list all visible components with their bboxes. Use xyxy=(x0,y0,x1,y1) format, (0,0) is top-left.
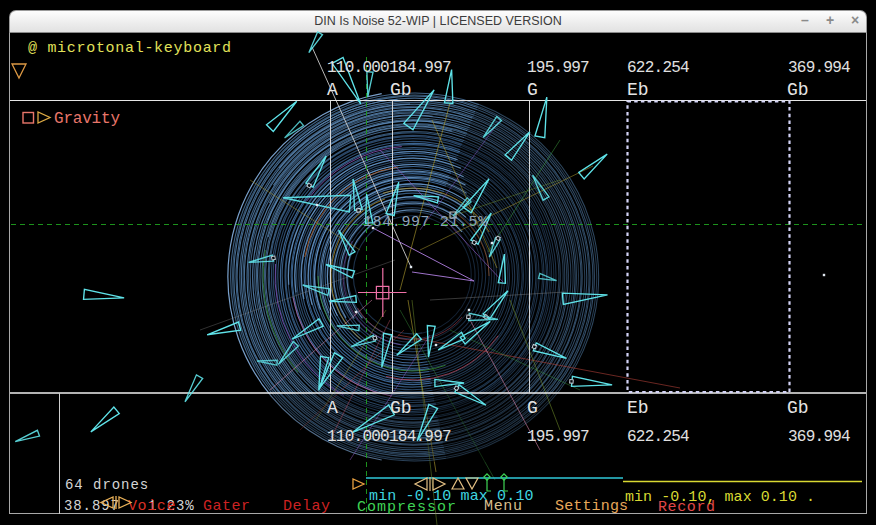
svg-text:min -0.10, max 0.10 .: min -0.10, max 0.10 . xyxy=(625,489,815,506)
svg-text:Gb: Gb xyxy=(787,80,809,100)
svg-text:622.254: 622.254 xyxy=(627,428,689,446)
svg-text:A: A xyxy=(327,80,338,100)
svg-text:Gravity: Gravity xyxy=(54,110,120,128)
svg-text:622.254: 622.254 xyxy=(627,59,689,77)
svg-text:Delay: Delay xyxy=(283,498,331,515)
svg-text:@ microtonal-keyboard: @ microtonal-keyboard xyxy=(28,40,232,57)
svg-text:Gater: Gater xyxy=(203,498,251,515)
svg-text:G: G xyxy=(527,80,538,100)
svg-text:Gb: Gb xyxy=(390,80,412,100)
svg-text:110.000184.997: 110.000184.997 xyxy=(327,428,451,446)
svg-text:64 drones: 64 drones xyxy=(65,477,149,493)
svg-text:Settings: Settings xyxy=(555,498,628,515)
svg-text:Voice: Voice xyxy=(128,498,176,515)
svg-text:369.994: 369.994 xyxy=(788,59,850,77)
svg-text:Eb: Eb xyxy=(627,80,649,100)
svg-text:Gb: Gb xyxy=(390,398,412,418)
svg-text:369.994: 369.994 xyxy=(788,428,850,446)
svg-text:Eb: Eb xyxy=(627,398,649,418)
svg-text:A: A xyxy=(327,398,338,418)
svg-text:195.997: 195.997 xyxy=(527,428,589,446)
svg-text:min -0.10 max 0.10: min -0.10 max 0.10 xyxy=(369,488,534,505)
svg-text:G: G xyxy=(527,398,538,418)
svg-text:38.897: 38.897 xyxy=(64,498,120,514)
svg-text:Gb: Gb xyxy=(787,398,809,418)
svg-text:110.000184.997: 110.000184.997 xyxy=(327,59,451,77)
svg-text:184.997 21.5%: 184.997 21.5% xyxy=(363,214,488,231)
svg-text:195.997: 195.997 xyxy=(527,59,589,77)
